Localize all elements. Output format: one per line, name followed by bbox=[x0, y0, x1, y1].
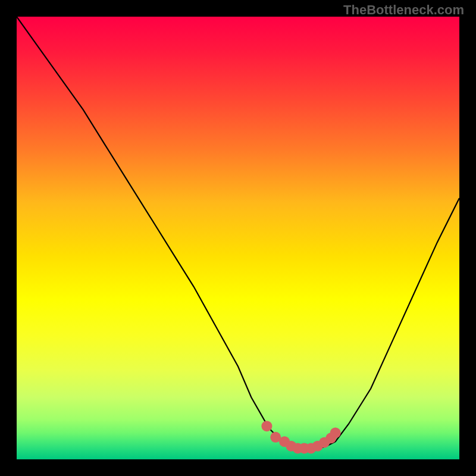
watermark-text: TheBottleneck.com bbox=[343, 2, 464, 18]
chart-frame: TheBottleneck.com bbox=[0, 0, 476, 476]
plot-gradient-background bbox=[17, 17, 459, 459]
